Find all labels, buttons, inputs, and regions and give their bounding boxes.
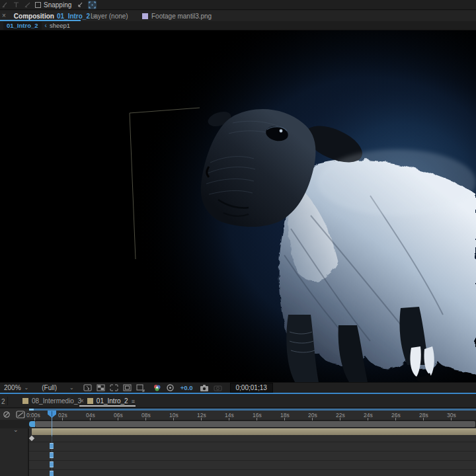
breadcrumb: 01_Intro_2 ‹ sheep1	[0, 21, 476, 30]
panel-menu-icon[interactable]: ≡	[132, 398, 135, 405]
after-effects-window: Snapping × Composition 01_Intro_2 ≡ Laye…	[0, 0, 476, 476]
tab-layer-label: Layer (none)	[91, 13, 128, 20]
timeline-tab-intermedio-label: 08_Intermedio_3	[32, 397, 81, 405]
breadcrumb-comp[interactable]: 01_Intro_2	[3, 22, 42, 30]
zoom-value: 200%	[4, 384, 21, 391]
sheep-render	[0, 30, 476, 382]
pin-tool-icon	[77, 1, 83, 8]
composition-icon	[87, 398, 93, 404]
pin-tool-button[interactable]	[75, 1, 84, 9]
exposure-value[interactable]: +0.0	[180, 384, 193, 391]
resolution-icon[interactable]	[166, 383, 175, 392]
pixel-aspect-icon[interactable]	[136, 383, 145, 392]
active-tab-underline	[79, 405, 136, 407]
time-navigator[interactable]	[29, 409, 476, 411]
work-area-bar[interactable]	[35, 421, 475, 427]
resolution-select[interactable]: (Full) ⌄	[38, 383, 77, 393]
footage-icon	[142, 13, 148, 19]
snapping-toggle[interactable]: Snapping	[35, 1, 71, 9]
navigator-start-handle[interactable]	[29, 409, 34, 411]
keyframe-diamond[interactable]	[29, 436, 34, 441]
chevron-down-icon: ⌄	[69, 385, 74, 391]
playhead-dash	[50, 452, 54, 458]
track-row-separator	[29, 451, 476, 452]
grid-view-icon	[89, 1, 96, 9]
close-icon[interactable]: ×	[80, 398, 84, 405]
region-of-interest-icon[interactable]	[110, 383, 118, 392]
timeline-tab-intro-label: 01_Intro_2	[97, 397, 128, 405]
expander-chevron-icon[interactable]: ⌄	[13, 426, 19, 433]
viewport-toolbar: 200% ⌄ (Full) ⌄ +0.0 0;00;01;13	[0, 382, 476, 393]
timecode-display[interactable]: 0;00;01;13	[230, 383, 273, 393]
brush-tool-icon[interactable]	[24, 1, 31, 9]
close-icon[interactable]: ×	[2, 13, 6, 19]
grid-guides-icon[interactable]	[83, 383, 92, 392]
layer-row	[29, 428, 476, 436]
tab-footage-label: Footage mantil3.png	[151, 13, 212, 20]
work-area-row	[29, 420, 476, 428]
composition-icon	[22, 398, 28, 404]
live-update-icon[interactable]	[3, 411, 11, 418]
track-row-separator	[29, 442, 476, 442]
zoom-select[interactable]: 200% ⌄	[0, 383, 32, 393]
transparency-grid-icon[interactable]	[97, 383, 105, 392]
timeline-tracks[interactable]	[29, 436, 476, 476]
tab-separator	[7, 397, 8, 405]
snapping-label: Snapping	[44, 1, 71, 9]
playhead-dash	[50, 471, 54, 476]
tab-footage[interactable]: Footage mantil3.png	[142, 11, 212, 21]
playhead-dash	[50, 443, 54, 449]
time-ruler[interactable]: 0:00s02s04s06s08s10s12s14s16s18s20s22s24…	[29, 409, 476, 420]
tab-composition-label: Composition	[14, 13, 54, 20]
tool-icons-dim	[1, 1, 31, 9]
timeline-panel: ⌄ 0:00s02s04s06s08s10s12s14s16s18s20s22s…	[0, 409, 476, 476]
track-row-separator	[29, 469, 476, 470]
show-snapshot-icon[interactable]	[214, 384, 222, 392]
chevron-left-icon: ‹	[45, 22, 47, 29]
show-channel-icon[interactable]	[153, 383, 161, 392]
resolution-value: (Full)	[42, 384, 57, 391]
timeline-tab-intermedio[interactable]: 08_Intermedio_3	[22, 395, 81, 407]
timeline-tab-bar: 2 08_Intermedio_3 × 01_Intro_2 ≡	[0, 395, 476, 408]
panel-tab-bar: × Composition 01_Intro_2 ≡ Layer (none) …	[0, 11, 476, 21]
tab-composition-name: 01_Intro_2	[57, 13, 90, 20]
layer-duration-bar[interactable]	[32, 428, 476, 435]
title-action-safe-icon[interactable]	[123, 383, 132, 392]
tab-layer[interactable]: Layer (none)	[91, 11, 128, 21]
timeline-left-pane: ⌄	[0, 409, 29, 476]
composition-viewport[interactable]	[0, 30, 476, 382]
graph-editor-icon[interactable]	[16, 411, 25, 418]
pen-tool-icon[interactable]	[1, 1, 9, 9]
work-area-start-handle[interactable]	[29, 421, 35, 427]
timeline-tab-fragment[interactable]: 2	[1, 398, 5, 405]
ruler-label: 0:00s	[26, 412, 40, 418]
playhead-line	[52, 417, 52, 436]
breadcrumb-layer[interactable]: sheep1	[50, 22, 70, 29]
main-toolbar: Snapping	[0, 0, 476, 10]
playhead-dash	[50, 461, 54, 467]
track-row-separator	[29, 460, 476, 461]
snapping-checkbox[interactable]	[35, 2, 41, 8]
text-tool-icon[interactable]	[13, 1, 20, 9]
chevron-down-icon: ⌄	[24, 385, 29, 391]
grid-view-button[interactable]	[88, 1, 97, 9]
active-panel-border	[0, 393, 476, 394]
snapshot-camera-icon[interactable]	[200, 384, 209, 392]
